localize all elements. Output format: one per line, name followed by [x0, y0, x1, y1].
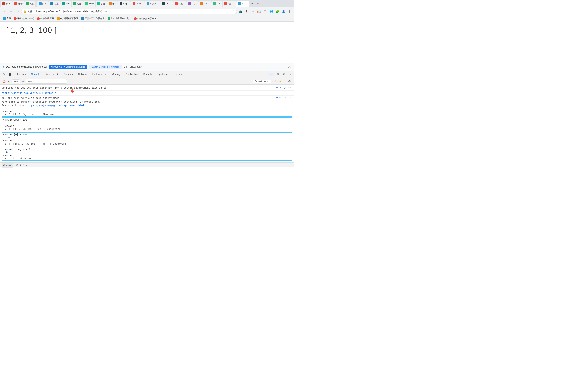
bookmark-baidu[interactable]: 百度一下，你就知道: [80, 17, 106, 20]
dock-button[interactable]: ⊡: [281, 72, 287, 77]
status-tab-console[interactable]: Console: [2, 163, 13, 167]
menu-button[interactable]: ⋮: [287, 8, 292, 14]
dt-tab-redux[interactable]: Redux: [172, 71, 184, 78]
tab-label: Obj…: [165, 2, 171, 5]
arr-expand-icon[interactable]: ▶: [5, 143, 7, 145]
tab-kefu[interactable]: 客服: [72, 1, 83, 7]
console-content: Download the Vue DevTools extension for …: [0, 85, 294, 162]
expand-arrow[interactable]: ▶: [3, 148, 4, 150]
issue-badge[interactable]: ⚠ 1: [268, 73, 275, 76]
devtools-link[interactable]: https://github.com/vuejs/vue-devtools: [2, 92, 56, 94]
tab-close-btn[interactable]: ✕: [246, 3, 248, 5]
dt-tab-application[interactable]: Application: [123, 71, 140, 78]
dt-tab-recorder[interactable]: Recorder ⏺: [43, 71, 61, 78]
context-dropdown[interactable]: top ▾: [12, 79, 20, 83]
cast-button[interactable]: 📺: [238, 8, 243, 14]
console-group-3: ▶ vm.arr[0] = 100 100 ▶ vm.arr ▶ (4) [10…: [2, 132, 292, 146]
tab-kefu2[interactable]: 客服: [95, 1, 107, 7]
issue-count-badge[interactable]: ⚠ 1 Issue： 1: [272, 80, 286, 83]
dt-tab-memory[interactable]: Memory: [109, 71, 123, 78]
profile-button[interactable]: 👤: [281, 8, 286, 14]
translate-button[interactable]: 🌐: [268, 8, 274, 14]
reload-button[interactable]: ↻: [15, 8, 20, 14]
tab-java[interactable]: Java…: [131, 1, 145, 7]
line-ref-2[interactable]: index.js:75: [276, 96, 292, 107]
back-button[interactable]: ←: [2, 8, 7, 14]
console-input-line[interactable]: ▶: [0, 161, 294, 162]
dt-tab-network[interactable]: Network: [76, 71, 90, 78]
bookmark-label: 珠峰培训架构2期: [17, 17, 34, 20]
tab-xiewen[interactable]: 写文: [187, 1, 198, 7]
notification-close-button[interactable]: ✕: [288, 65, 291, 69]
tab-jsmiao[interactable]: js 秒: [37, 1, 49, 7]
console-group-1: ▶ vm.arr ▶ (3) [1, 2, 3, __ob__ : Observ…: [2, 109, 292, 117]
tab-c2[interactable]: C(2条…: [145, 1, 160, 7]
bookmark-mac[interactable]: 如何在苹果Mac电…: [106, 17, 132, 20]
tab-mac[interactable]: mac: [61, 1, 72, 7]
status-tab-whats-new[interactable]: What's New ✕: [14, 163, 32, 167]
expand-arrow[interactable]: ▶: [3, 125, 4, 127]
arr-expand-icon[interactable]: ▶: [5, 157, 7, 160]
close-devtools-button[interactable]: ✕: [287, 72, 293, 77]
tab-baidu[interactable]: 百度: [49, 1, 60, 7]
star-button[interactable]: ☆: [250, 8, 256, 14]
dt-tab-lighthouse[interactable]: Lighthouse: [155, 71, 172, 78]
download-button[interactable]: ⬇: [244, 8, 250, 14]
tab-vue[interactable]: Vue: [211, 1, 222, 7]
devtools-device-button[interactable]: 📱: [7, 73, 13, 76]
bookmark-star[interactable]: ☆: [232, 10, 234, 13]
address-bar[interactable]: 🔒 文件 | /Users/apple/Desktop/project/vue-…: [21, 8, 237, 14]
filter-toggle-button[interactable]: ⊘: [7, 79, 11, 83]
tab-obs[interactable]: obs…: [199, 1, 211, 7]
bookmark-apps[interactable]: 应用: [2, 17, 12, 20]
dt-tab-security[interactable]: Security: [141, 71, 155, 78]
arr-expand-icon[interactable]: ▶: [5, 128, 7, 130]
bookmark-el[interactable]: (3条消息) 关于el-d…: [133, 17, 159, 20]
expand-arrow[interactable]: ▶: [3, 118, 4, 121]
dont-show-text[interactable]: Don't show again: [124, 66, 143, 68]
bookmark-jiankang[interactable]: 健康管理师网: [36, 17, 55, 20]
expand-arrow[interactable]: ▶: [3, 110, 4, 112]
new-tab-button[interactable]: +: [250, 1, 255, 6]
history-button[interactable]: 📖: [256, 8, 262, 14]
line-ref-1[interactable]: index.js:64: [276, 86, 292, 90]
tab-dede[interactable]: 得到…: [223, 1, 236, 7]
status-tab-close-btn[interactable]: ✕: [28, 164, 30, 166]
expand-arrow[interactable]: ▶: [3, 133, 4, 135]
expand-arrow[interactable]: ▶: [3, 139, 4, 142]
arr-expand-icon[interactable]: ▶: [5, 113, 7, 116]
console-group-4: ▶ vm.arr.length = 0 0 ▶ vm.arr ▶ [__ob__…: [2, 147, 292, 161]
expand-arrow[interactable]: ▶: [3, 154, 4, 156]
tab-separator: |: [35, 2, 37, 5]
tab-gitee[interactable]: gitee: [1, 1, 13, 7]
console-settings-button[interactable]: ⚙: [287, 78, 292, 84]
tab-zhangyu[interactable]: 张云: [13, 1, 24, 7]
tab-jsxuan[interactable]: js宣: [25, 1, 35, 7]
dt-tab-elements[interactable]: Elements: [13, 71, 28, 78]
tab-geti[interactable]: geti: [107, 1, 118, 7]
context-label: top: [14, 80, 17, 83]
tab-favicon: [224, 2, 227, 5]
dt-tab-console[interactable]: Console: [29, 71, 43, 78]
switch-to-chinese-button[interactable]: Switch DevTools to Chinese: [89, 65, 122, 69]
tab-ics[interactable]: ics一: [83, 1, 95, 7]
match-language-button[interactable]: Always match Chrome's language: [49, 65, 87, 69]
eye-button[interactable]: 👁: [21, 79, 25, 83]
bookmark-zhufeng[interactable]: 珠峰培训架构2期: [12, 17, 35, 20]
extensions-button[interactable]: 🧩: [274, 8, 280, 14]
dt-tab-performance[interactable]: Performance: [90, 71, 109, 78]
bookmark-pojie[interactable]: 破解版软件下载网: [56, 17, 79, 20]
settings-button[interactable]: ⚙: [275, 72, 281, 77]
default-levels-dropdown[interactable]: Default levels ▾: [253, 80, 271, 83]
dt-tab-sources[interactable]: Sources: [61, 71, 75, 78]
devtools-inspect-button[interactable]: ⬡: [1, 73, 7, 76]
tab-current[interactable]: c… ✕: [236, 1, 250, 7]
tab-obj1[interactable]: Obj…: [118, 1, 131, 7]
tab-obj2[interactable]: Obj…: [160, 1, 173, 7]
tab-more-button[interactable]: ≫: [255, 1, 260, 6]
console-filter-input[interactable]: [26, 79, 67, 83]
adblock-button[interactable]: 🛡: [262, 8, 268, 14]
tab-c2b[interactable]: (2条…: [173, 1, 187, 7]
clear-console-button[interactable]: 🚫: [2, 79, 6, 83]
forward-button[interactable]: →: [8, 8, 14, 14]
